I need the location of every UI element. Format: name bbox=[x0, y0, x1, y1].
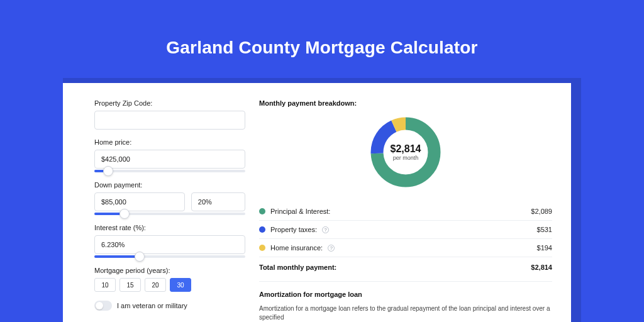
total-value: $2,814 bbox=[531, 264, 552, 271]
interest-label: Interest rate (%): bbox=[94, 224, 245, 231]
legend-value: $194 bbox=[537, 244, 552, 252]
legend-value: $2,089 bbox=[531, 208, 552, 215]
down-payment-label: Down payment: bbox=[94, 181, 245, 189]
veteran-toggle[interactable] bbox=[94, 301, 112, 311]
home-price-slider[interactable] bbox=[94, 170, 245, 172]
breakdown-panel: Monthly payment breakdown: $2,814 per mo… bbox=[259, 99, 552, 322]
period-option-30[interactable]: 30 bbox=[170, 278, 191, 292]
legend-row-total: Total monthly payment: $2,814 bbox=[259, 257, 552, 281]
veteran-label: I am veteran or military bbox=[117, 302, 187, 309]
amortization-text: Amortization for a mortgage loan refers … bbox=[259, 304, 552, 322]
breakdown-heading: Monthly payment breakdown: bbox=[259, 99, 552, 107]
info-icon[interactable]: ? bbox=[328, 245, 335, 252]
legend-value: $531 bbox=[537, 226, 552, 233]
donut-per-month: per month bbox=[393, 155, 419, 161]
home-price-label: Home price: bbox=[94, 138, 245, 146]
form-panel: Property Zip Code: Home price: Down paym… bbox=[94, 99, 245, 322]
down-payment-input[interactable] bbox=[94, 192, 185, 211]
amortization-heading: Amortization for mortgage loan bbox=[259, 291, 552, 298]
period-option-15[interactable]: 15 bbox=[119, 278, 141, 292]
period-option-20[interactable]: 20 bbox=[145, 278, 166, 292]
page-title: Garland County Mortgage Calculator bbox=[0, 0, 644, 58]
amortization-section: Amortization for mortgage loan Amortizat… bbox=[259, 281, 552, 322]
legend-label: Property taxes: bbox=[270, 226, 317, 233]
legend-row-taxes: Property taxes: ? $531 bbox=[259, 221, 552, 239]
interest-input[interactable] bbox=[94, 235, 245, 254]
interest-slider[interactable] bbox=[94, 255, 245, 258]
legend-row-insurance: Home insurance: ? $194 bbox=[259, 239, 552, 257]
legend-label: Principal & Interest: bbox=[270, 208, 330, 215]
zip-label: Property Zip Code: bbox=[94, 99, 245, 107]
period-option-10[interactable]: 10 bbox=[94, 278, 116, 292]
dot-icon bbox=[259, 245, 265, 251]
home-price-input[interactable] bbox=[94, 150, 245, 169]
zip-input[interactable] bbox=[94, 111, 245, 130]
calculator-card: Property Zip Code: Home price: Down paym… bbox=[63, 83, 571, 322]
period-label: Mortgage period (years): bbox=[94, 267, 245, 274]
legend-label: Home insurance: bbox=[270, 244, 323, 252]
dot-icon bbox=[259, 208, 265, 214]
dot-icon bbox=[259, 226, 265, 233]
payment-donut-chart: $2,814 per month bbox=[368, 114, 443, 190]
info-icon[interactable]: ? bbox=[322, 226, 329, 233]
down-payment-pct-input[interactable] bbox=[191, 192, 245, 211]
donut-amount: $2,814 bbox=[391, 143, 421, 155]
down-payment-slider[interactable] bbox=[94, 213, 245, 215]
total-label: Total monthly payment: bbox=[259, 264, 336, 271]
legend-row-principal: Principal & Interest: $2,089 bbox=[259, 203, 552, 221]
